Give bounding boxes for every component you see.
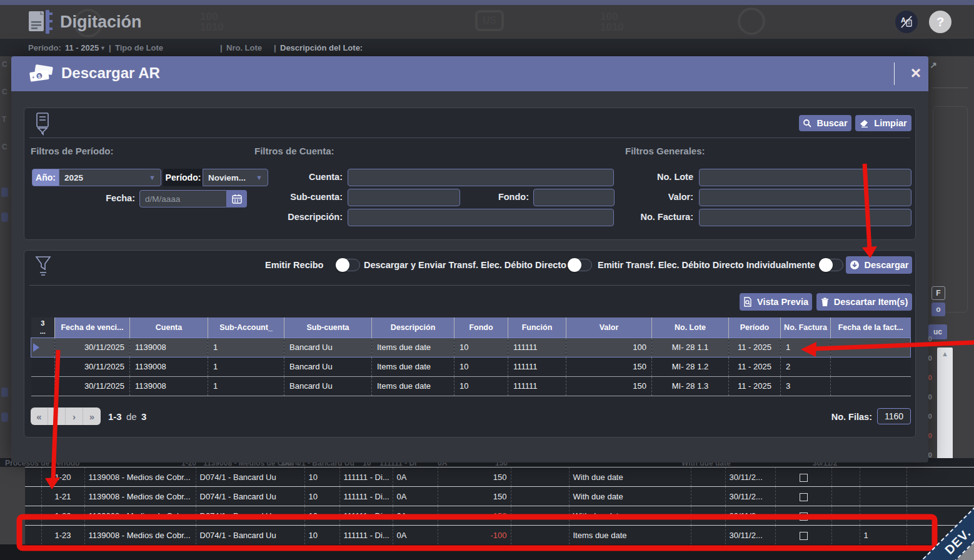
corner-decoration	[0, 0, 974, 560]
screen: 1001010 US 1001010 Digitación	[0, 0, 974, 560]
